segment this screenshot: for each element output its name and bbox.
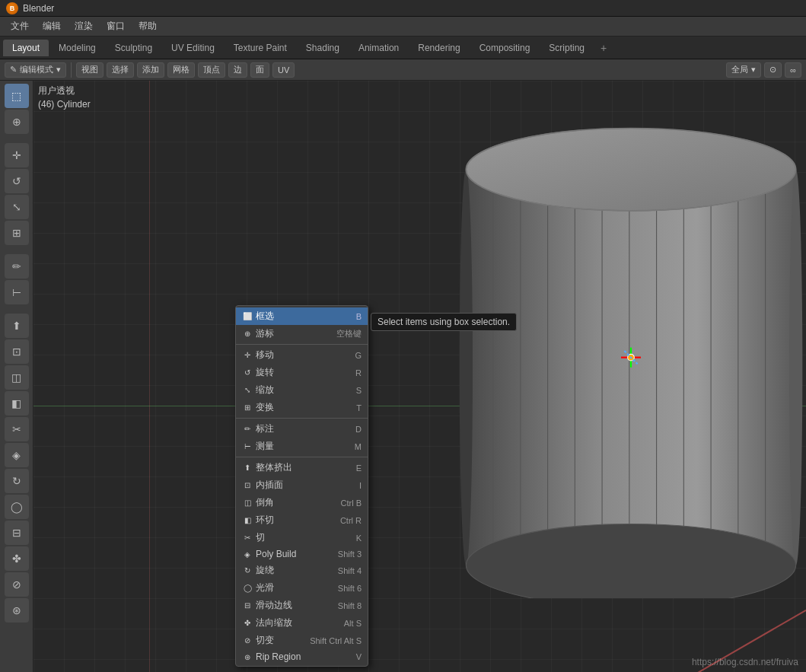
ctx-shortcut-knife: K: [356, 533, 362, 543]
tool-extrude[interactable]: ⬆: [5, 314, 29, 338]
tool-loop-cut[interactable]: ◧: [5, 391, 29, 416]
tool-edge-slide[interactable]: ⊟: [5, 521, 29, 545]
ctx-item-rip-region[interactable]: ⊛Rip RegionV: [236, 649, 368, 664]
ctx-label-annotate: 标注: [256, 422, 352, 435]
menu-file[interactable]: 文件: [5, 18, 35, 34]
ctx-label-rotate: 旋转: [256, 366, 352, 379]
mode-dropdown-icon: ▾: [56, 65, 61, 75]
ctx-label-shear: 切变: [256, 634, 307, 647]
view-menu-btn[interactable]: 视图: [76, 62, 104, 78]
menu-edit[interactable]: 编辑: [37, 18, 67, 34]
titlebar: B Blender: [0, 0, 806, 17]
ctx-icon-spin: ↻: [242, 565, 253, 576]
tab-uv-editing[interactable]: UV Editing: [162, 40, 224, 56]
ctx-item-loop-cut[interactable]: ◧环切Ctrl R: [236, 511, 368, 529]
ctx-shortcut-rotate: R: [355, 368, 362, 377]
menu-render[interactable]: 渲染: [68, 18, 99, 34]
ctx-shortcut-box-select: B: [356, 312, 362, 321]
ctx-label-poly-build: Poly Build: [256, 549, 335, 559]
tool-poly-build[interactable]: ◈: [5, 443, 29, 467]
ctx-item-slide-edge[interactable]: ⊟滑动边线Shift 8: [236, 597, 368, 614]
tool-shear[interactable]: ⊘: [5, 572, 29, 597]
ctx-shortcut-measure: M: [355, 442, 362, 451]
ctx-item-transform[interactable]: ⊞变换T: [236, 399, 368, 416]
ctx-item-cursor[interactable]: ⊕游标空格键: [236, 325, 368, 342]
ctx-item-move[interactable]: ✛移动G: [236, 346, 368, 364]
ctx-item-knife[interactable]: ✂切K: [236, 529, 368, 546]
tab-modeling[interactable]: Modeling: [49, 40, 105, 56]
global-transform-btn[interactable]: 全局 ▾: [726, 62, 761, 78]
tool-rotate[interactable]: ↺: [5, 169, 29, 193]
tool-cursor[interactable]: ⊕: [5, 110, 29, 134]
tool-select-box[interactable]: ⬚: [5, 84, 29, 108]
tool-annotate[interactable]: ✏: [5, 254, 29, 279]
tool-rip[interactable]: ⊛: [5, 598, 29, 623]
ctx-item-extrude[interactable]: ⬆整体挤出E: [236, 459, 368, 476]
ctx-item-shrink-fatten[interactable]: ✤法向缩放Alt S: [236, 614, 368, 632]
tab-scripting[interactable]: Scripting: [540, 40, 594, 56]
ctx-item-smooth[interactable]: ◯光滑Shift 6: [236, 579, 368, 597]
uv-menu-btn[interactable]: UV: [272, 62, 295, 78]
ctx-item-shear[interactable]: ⊘切变Shift Ctrl Alt S: [236, 632, 368, 649]
ctx-shortcut-slide-edge: Shift 8: [338, 601, 362, 610]
separator-separator2: [236, 418, 368, 419]
ctx-shortcut-bevel: Ctrl B: [341, 498, 362, 508]
ctx-item-poly-build[interactable]: ◈Poly BuildShift 3: [236, 546, 368, 562]
object-info: (46) Cylinder: [38, 97, 91, 111]
ctx-item-annotate[interactable]: ✏标注D: [236, 420, 368, 438]
ctx-item-rotate[interactable]: ↺旋转R: [236, 364, 368, 381]
add-workspace-button[interactable]: +: [594, 39, 613, 57]
proportional-btn[interactable]: ∞: [785, 62, 801, 78]
tab-layout[interactable]: Layout: [3, 40, 49, 56]
viewport-toolbar: ✎ 编辑模式 ▾ 视图 选择 添加 网格 顶点 边 面 UV 全局 ▾ ⊙ ∞: [0, 59, 806, 81]
ctx-shortcut-move: G: [355, 351, 362, 360]
tool-bevel[interactable]: ◫: [5, 365, 29, 390]
ctx-shortcut-extrude: E: [356, 463, 362, 473]
tool-inset[interactable]: ⊡: [5, 339, 29, 364]
ctx-icon-transform: ⊞: [242, 403, 253, 413]
mode-select-btn[interactable]: ✎ 编辑模式 ▾: [5, 62, 66, 78]
tab-animation[interactable]: Animation: [349, 40, 408, 56]
tool-transform[interactable]: ⊞: [5, 221, 29, 245]
ctx-item-measure[interactable]: ⊢测量M: [236, 438, 368, 455]
ctx-icon-rip-region: ⊛: [242, 651, 253, 662]
face-menu-btn[interactable]: 面: [250, 62, 269, 78]
add-menu-btn[interactable]: 添加: [137, 62, 164, 78]
tool-smooth[interactable]: ◯: [5, 495, 29, 519]
3d-viewport[interactable]: 用户透视 (46) Cylinder: [33, 81, 806, 672]
ctx-item-scale[interactable]: ⤡缩放S: [236, 381, 368, 399]
vertex-menu-btn[interactable]: 顶点: [198, 62, 225, 78]
tool-scale[interactable]: ⤡: [5, 195, 29, 219]
snap-btn[interactable]: ⊙: [764, 62, 782, 78]
ctx-icon-inset: ⊡: [242, 480, 253, 491]
dropdown-icon: ▾: [751, 65, 756, 75]
edge-menu-btn[interactable]: 边: [228, 62, 247, 78]
tab-sculpting[interactable]: Sculpting: [106, 40, 161, 56]
tool-move[interactable]: ✛: [5, 143, 29, 167]
tab-compositing[interactable]: Compositing: [470, 40, 540, 56]
select-menu-btn[interactable]: 选择: [107, 62, 134, 78]
tool-measure[interactable]: ⊢: [5, 280, 29, 304]
app-title: Blender: [23, 3, 54, 14]
tool-knife[interactable]: ✂: [5, 417, 29, 441]
mesh-menu-btn[interactable]: 网格: [167, 62, 195, 78]
ctx-item-box-select[interactable]: ⬜框选B: [236, 307, 368, 325]
tab-rendering[interactable]: Rendering: [409, 40, 469, 56]
ctx-item-bevel[interactable]: ◫倒角Ctrl B: [236, 494, 368, 511]
ctx-icon-annotate: ✏: [242, 424, 253, 435]
tool-shrink-fatten[interactable]: ✤: [5, 546, 29, 571]
ctx-icon-rotate: ↺: [242, 368, 253, 378]
tool-spin[interactable]: ↻: [5, 469, 29, 493]
menu-help[interactable]: 帮助: [132, 18, 163, 34]
tab-texture-paint[interactable]: Texture Paint: [225, 40, 296, 56]
ctx-item-inset[interactable]: ⊡内插面I: [236, 476, 368, 494]
menu-window[interactable]: 窗口: [100, 18, 131, 34]
ctx-shortcut-shear: Shift Ctrl Alt S: [310, 636, 362, 645]
ctx-shortcut-annotate: D: [355, 425, 362, 434]
ctx-label-slide-edge: 滑动边线: [256, 599, 335, 612]
ctx-shortcut-poly-build: Shift 3: [338, 549, 362, 559]
tab-shading[interactable]: Shading: [297, 40, 349, 56]
ctx-item-spin[interactable]: ↻旋绕Shift 4: [236, 562, 368, 579]
ctx-shortcut-scale: S: [356, 386, 362, 395]
context-menu: ⬜框选B⊕游标空格键✛移动G↺旋转R⤡缩放S⊞变换T✏标注D⊢测量M⬆整体挤出E…: [235, 305, 368, 667]
